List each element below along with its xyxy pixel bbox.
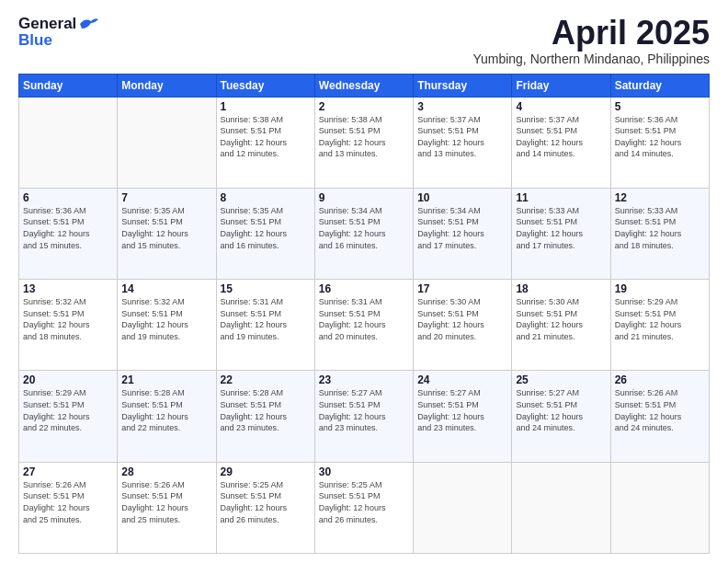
- day-cell: 27Sunrise: 5:26 AM Sunset: 5:51 PM Dayli…: [19, 462, 118, 553]
- day-info: Sunrise: 5:33 AM Sunset: 5:51 PM Dayligh…: [516, 205, 606, 251]
- day-info: Sunrise: 5:26 AM Sunset: 5:51 PM Dayligh…: [615, 387, 705, 433]
- day-cell: [414, 462, 512, 553]
- day-cell: 5Sunrise: 5:36 AM Sunset: 5:51 PM Daylig…: [610, 97, 709, 188]
- calendar-table: SundayMondayTuesdayWednesdayThursdayFrid…: [18, 74, 710, 554]
- day-cell: 26Sunrise: 5:26 AM Sunset: 5:51 PM Dayli…: [610, 371, 709, 462]
- day-number: 3: [417, 100, 507, 113]
- day-cell: 30Sunrise: 5:25 AM Sunset: 5:51 PM Dayli…: [314, 462, 413, 553]
- day-cell: 4Sunrise: 5:37 AM Sunset: 5:51 PM Daylig…: [512, 97, 610, 188]
- day-number: 2: [319, 100, 409, 113]
- day-number: 5: [615, 100, 705, 113]
- calendar-header: SundayMondayTuesdayWednesdayThursdayFrid…: [19, 74, 710, 97]
- day-number: 18: [516, 282, 606, 295]
- day-cell: 28Sunrise: 5:26 AM Sunset: 5:51 PM Dayli…: [118, 462, 216, 553]
- logo: General Blue: [18, 15, 98, 50]
- title-block: April 2025 Yumbing, Northern Mindanao, P…: [472, 15, 710, 66]
- week-row-1: 6Sunrise: 5:36 AM Sunset: 5:51 PM Daylig…: [19, 188, 710, 279]
- logo-blue: Blue: [18, 31, 52, 50]
- day-number: 24: [417, 373, 507, 386]
- day-cell: 15Sunrise: 5:31 AM Sunset: 5:51 PM Dayli…: [216, 280, 314, 371]
- day-cell: 21Sunrise: 5:28 AM Sunset: 5:51 PM Dayli…: [118, 371, 216, 462]
- week-row-3: 20Sunrise: 5:29 AM Sunset: 5:51 PM Dayli…: [19, 371, 710, 462]
- page: General Blue April 2025 Yumbing, Norther…: [0, 0, 728, 563]
- logo-general: General: [18, 15, 76, 33]
- day-info: Sunrise: 5:34 AM Sunset: 5:51 PM Dayligh…: [319, 205, 409, 251]
- day-number: 30: [319, 465, 409, 478]
- day-number: 29: [221, 465, 311, 478]
- day-cell: 10Sunrise: 5:34 AM Sunset: 5:51 PM Dayli…: [414, 188, 512, 279]
- day-number: 13: [23, 282, 113, 295]
- week-row-2: 13Sunrise: 5:32 AM Sunset: 5:51 PM Dayli…: [19, 280, 710, 371]
- day-info: Sunrise: 5:27 AM Sunset: 5:51 PM Dayligh…: [516, 387, 606, 433]
- day-number: 14: [121, 282, 211, 295]
- day-number: 15: [221, 282, 311, 295]
- day-cell: 25Sunrise: 5:27 AM Sunset: 5:51 PM Dayli…: [512, 371, 610, 462]
- day-info: Sunrise: 5:28 AM Sunset: 5:51 PM Dayligh…: [121, 387, 211, 433]
- day-cell: [118, 97, 216, 188]
- day-cell: 8Sunrise: 5:35 AM Sunset: 5:51 PM Daylig…: [216, 188, 314, 279]
- day-cell: 9Sunrise: 5:34 AM Sunset: 5:51 PM Daylig…: [314, 188, 413, 279]
- day-info: Sunrise: 5:38 AM Sunset: 5:51 PM Dayligh…: [319, 114, 409, 160]
- day-info: Sunrise: 5:36 AM Sunset: 5:51 PM Dayligh…: [23, 205, 113, 251]
- subtitle: Yumbing, Northern Mindanao, Philippines: [472, 52, 710, 66]
- day-number: 25: [516, 373, 606, 386]
- day-cell: 7Sunrise: 5:35 AM Sunset: 5:51 PM Daylig…: [118, 188, 216, 279]
- day-number: 9: [319, 191, 409, 204]
- day-info: Sunrise: 5:27 AM Sunset: 5:51 PM Dayligh…: [417, 387, 507, 433]
- day-cell: 12Sunrise: 5:33 AM Sunset: 5:51 PM Dayli…: [610, 188, 709, 279]
- day-cell: 1Sunrise: 5:38 AM Sunset: 5:51 PM Daylig…: [216, 97, 314, 188]
- day-cell: 14Sunrise: 5:32 AM Sunset: 5:51 PM Dayli…: [118, 280, 216, 371]
- day-cell: 29Sunrise: 5:25 AM Sunset: 5:51 PM Dayli…: [216, 462, 314, 553]
- day-number: 23: [319, 373, 409, 386]
- col-header-thursday: Thursday: [414, 74, 512, 97]
- day-info: Sunrise: 5:29 AM Sunset: 5:51 PM Dayligh…: [23, 387, 113, 433]
- day-cell: [610, 462, 709, 553]
- day-info: Sunrise: 5:29 AM Sunset: 5:51 PM Dayligh…: [615, 296, 705, 342]
- day-cell: 20Sunrise: 5:29 AM Sunset: 5:51 PM Dayli…: [19, 371, 118, 462]
- day-cell: 11Sunrise: 5:33 AM Sunset: 5:51 PM Dayli…: [512, 188, 610, 279]
- day-info: Sunrise: 5:34 AM Sunset: 5:51 PM Dayligh…: [417, 205, 507, 251]
- day-info: Sunrise: 5:25 AM Sunset: 5:51 PM Dayligh…: [221, 479, 311, 525]
- day-number: 1: [221, 100, 311, 113]
- col-header-tuesday: Tuesday: [216, 74, 314, 97]
- day-number: 8: [221, 191, 311, 204]
- day-cell: 3Sunrise: 5:37 AM Sunset: 5:51 PM Daylig…: [414, 97, 512, 188]
- day-number: 20: [23, 373, 113, 386]
- day-info: Sunrise: 5:30 AM Sunset: 5:51 PM Dayligh…: [417, 296, 507, 342]
- day-number: 12: [615, 191, 705, 204]
- day-cell: 22Sunrise: 5:28 AM Sunset: 5:51 PM Dayli…: [216, 371, 314, 462]
- day-info: Sunrise: 5:33 AM Sunset: 5:51 PM Dayligh…: [615, 205, 705, 251]
- day-cell: 23Sunrise: 5:27 AM Sunset: 5:51 PM Dayli…: [314, 371, 413, 462]
- week-row-4: 27Sunrise: 5:26 AM Sunset: 5:51 PM Dayli…: [19, 462, 710, 553]
- header: General Blue April 2025 Yumbing, Norther…: [18, 15, 710, 66]
- day-cell: 19Sunrise: 5:29 AM Sunset: 5:51 PM Dayli…: [610, 280, 709, 371]
- day-number: 10: [417, 191, 507, 204]
- day-info: Sunrise: 5:36 AM Sunset: 5:51 PM Dayligh…: [615, 114, 705, 160]
- day-info: Sunrise: 5:30 AM Sunset: 5:51 PM Dayligh…: [516, 296, 606, 342]
- day-info: Sunrise: 5:32 AM Sunset: 5:51 PM Dayligh…: [23, 296, 113, 342]
- day-info: Sunrise: 5:26 AM Sunset: 5:51 PM Dayligh…: [23, 479, 113, 525]
- day-number: 17: [417, 282, 507, 295]
- day-cell: 17Sunrise: 5:30 AM Sunset: 5:51 PM Dayli…: [414, 280, 512, 371]
- col-header-wednesday: Wednesday: [314, 74, 413, 97]
- day-number: 7: [121, 191, 211, 204]
- calendar-body: 1Sunrise: 5:38 AM Sunset: 5:51 PM Daylig…: [19, 97, 710, 553]
- day-info: Sunrise: 5:25 AM Sunset: 5:51 PM Dayligh…: [319, 479, 409, 525]
- day-cell: 2Sunrise: 5:38 AM Sunset: 5:51 PM Daylig…: [314, 97, 413, 188]
- day-cell: 13Sunrise: 5:32 AM Sunset: 5:51 PM Dayli…: [19, 280, 118, 371]
- day-number: 21: [121, 373, 211, 386]
- day-info: Sunrise: 5:27 AM Sunset: 5:51 PM Dayligh…: [319, 387, 409, 433]
- day-info: Sunrise: 5:32 AM Sunset: 5:51 PM Dayligh…: [121, 296, 211, 342]
- day-number: 11: [516, 191, 606, 204]
- day-info: Sunrise: 5:35 AM Sunset: 5:51 PM Dayligh…: [221, 205, 311, 251]
- header-row: SundayMondayTuesdayWednesdayThursdayFrid…: [19, 74, 710, 97]
- day-info: Sunrise: 5:35 AM Sunset: 5:51 PM Dayligh…: [121, 205, 211, 251]
- col-header-saturday: Saturday: [610, 74, 709, 97]
- day-cell: [19, 97, 118, 188]
- day-info: Sunrise: 5:31 AM Sunset: 5:51 PM Dayligh…: [319, 296, 409, 342]
- logo-bird-icon: [78, 16, 98, 32]
- day-number: 22: [221, 373, 311, 386]
- day-number: 16: [319, 282, 409, 295]
- day-number: 27: [23, 465, 113, 478]
- day-info: Sunrise: 5:31 AM Sunset: 5:51 PM Dayligh…: [221, 296, 311, 342]
